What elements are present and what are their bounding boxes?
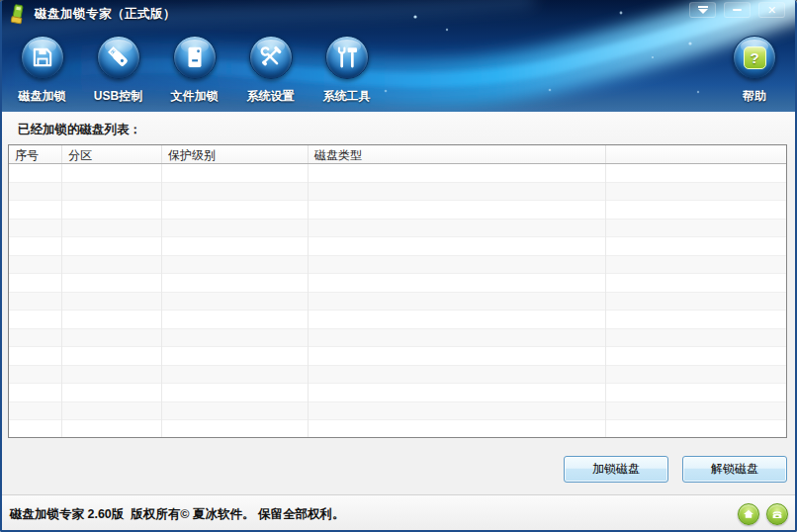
column-header-partition: 分区 xyxy=(62,145,162,163)
toolbar-item-system-settings[interactable]: 系统设置 xyxy=(232,36,309,105)
tray-arrow-icon xyxy=(698,6,708,14)
file-icon xyxy=(173,36,217,79)
table-header: 序号 分区 保护级别 磁盘类型 xyxy=(9,145,786,164)
minimize-button[interactable] xyxy=(724,2,751,18)
question-icon: ? xyxy=(733,36,776,79)
table-row[interactable] xyxy=(9,164,786,183)
table-row[interactable] xyxy=(9,201,786,220)
main-toolbar: 磁盘加锁 USB控制 xyxy=(4,36,385,105)
window-title: 磁盘加锁专家（正式版） xyxy=(35,6,176,23)
minimize-icon xyxy=(733,9,742,11)
table-row[interactable] xyxy=(9,384,786,402)
app-window: 磁盘加锁专家（正式版） ✕ xyxy=(0,0,797,532)
column-header-empty xyxy=(606,145,786,163)
table-row[interactable] xyxy=(9,420,786,438)
table-row[interactable] xyxy=(9,310,786,329)
floppy-disk-icon xyxy=(21,36,64,79)
unlock-disk-button[interactable]: 解锁磁盘 xyxy=(682,456,787,483)
table-body xyxy=(9,164,786,438)
locked-disk-table: 序号 分区 保护级别 磁盘类型 xyxy=(8,144,787,438)
lock-disk-button[interactable]: 加锁磁盘 xyxy=(564,456,668,483)
table-row[interactable] xyxy=(9,256,786,275)
toolbar-item-help[interactable]: ? 帮助 xyxy=(715,36,794,105)
close-button[interactable]: ✕ xyxy=(758,2,785,18)
phone-icon[interactable] xyxy=(766,503,788,525)
toolbar-label: 文件加锁 xyxy=(171,88,219,105)
app-logo-icon xyxy=(8,4,26,26)
title-bar: 磁盘加锁专家（正式版） ✕ xyxy=(0,0,797,28)
table-row[interactable] xyxy=(9,274,786,293)
window-controls: ✕ xyxy=(689,2,785,18)
main-content: 已经加锁的磁盘列表： 序号 分区 保护级别 磁盘类型 加锁磁盘 解锁磁盘 xyxy=(0,112,797,494)
tray-button[interactable] xyxy=(689,2,716,18)
table-row[interactable] xyxy=(9,293,786,311)
locked-disk-list-label: 已经加锁的磁盘列表： xyxy=(18,122,141,138)
table-row[interactable] xyxy=(9,220,786,238)
usb-drive-icon xyxy=(97,36,140,79)
toolbar-label: USB控制 xyxy=(94,88,142,105)
copyright-text: 磁盘加锁专家 2.60版 版权所有© 夏冰软件。 保留全部权利。 xyxy=(10,506,344,523)
wrench-hammer-icon xyxy=(325,36,369,79)
table-row[interactable] xyxy=(9,366,786,385)
column-header-index: 序号 xyxy=(9,145,62,163)
toolbar-item-system-tools[interactable]: 系统工具 xyxy=(309,36,385,105)
home-icon[interactable] xyxy=(738,503,759,525)
column-header-protection-level: 保护级别 xyxy=(162,145,309,163)
table-row[interactable] xyxy=(9,347,786,366)
toolbar-item-disk-lock[interactable]: 磁盘加锁 xyxy=(4,36,80,105)
table-row[interactable] xyxy=(9,237,786,256)
toolbar-label: 帮助 xyxy=(743,88,766,105)
toolbar-item-file-lock[interactable]: 文件加锁 xyxy=(156,36,232,105)
table-row[interactable] xyxy=(9,329,786,348)
table-row[interactable] xyxy=(9,183,786,202)
status-bar: 磁盘加锁专家 2.60版 版权所有© 夏冰软件。 保留全部权利。 xyxy=(0,494,797,532)
top-banner: 磁盘加锁专家（正式版） ✕ xyxy=(0,0,797,112)
toolbar-item-usb-control[interactable]: USB控制 xyxy=(80,36,156,105)
column-header-disk-type: 磁盘类型 xyxy=(309,145,606,163)
table-row[interactable] xyxy=(9,402,786,421)
toolbar-label: 系统设置 xyxy=(247,88,295,105)
settings-tools-icon xyxy=(249,36,293,79)
toolbar-label: 磁盘加锁 xyxy=(19,88,66,105)
status-icons xyxy=(738,503,788,525)
toolbar-label: 系统工具 xyxy=(323,88,371,105)
close-icon: ✕ xyxy=(767,5,776,16)
